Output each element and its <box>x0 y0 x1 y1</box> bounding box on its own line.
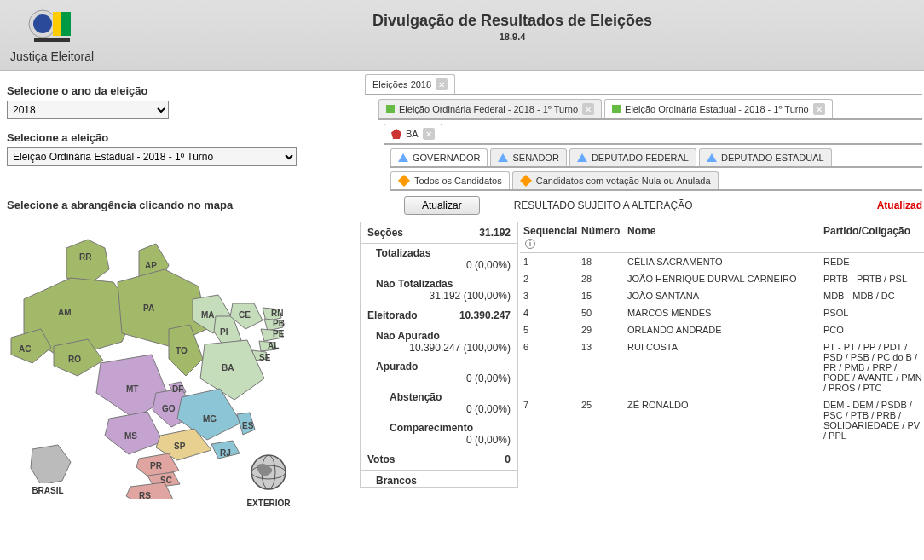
square-green-icon <box>612 105 621 113</box>
year-select[interactable]: 2018 <box>7 101 169 119</box>
pentagon-red-icon <box>391 129 401 139</box>
election-label: Selecione a eleição <box>7 131 341 144</box>
square-green-icon <box>386 105 395 113</box>
atualizar-button[interactable]: Atualizar <box>404 196 480 215</box>
diamond-orange-icon <box>520 175 532 187</box>
table-row[interactable]: 228JOÃO HENRIQUE DURVAL CARNEIROPRTB - P… <box>520 270 924 287</box>
svg-point-1 <box>33 14 52 33</box>
triangle-up-icon <box>577 153 587 162</box>
right-panel: Eleições 2018 ✕ Eleição Ordinária Federa… <box>348 71 924 554</box>
state-MS[interactable] <box>105 412 163 454</box>
year-label: Selecione o ano da eleição <box>7 84 341 97</box>
table-row[interactable]: 529ORLANDO ANDRADEPCO <box>520 321 924 338</box>
svg-rect-2 <box>53 12 61 36</box>
triangle-up-icon <box>498 153 508 162</box>
close-icon[interactable]: ✕ <box>436 78 448 90</box>
tab-senador[interactable]: SENADOR <box>490 148 566 166</box>
table-row[interactable]: 315JOÃO SANTANAMDB - MDB / DC <box>520 287 924 304</box>
col-sequencial[interactable]: Sequencial <box>523 225 577 237</box>
tab-federal[interactable]: Eleição Ordinária Federal - 2018 - 1º Tu… <box>378 99 602 118</box>
brazil-map[interactable]: RR AP AM PA MA CE RN PB PE AL SE PI AC R… <box>7 235 338 542</box>
state-AL[interactable] <box>259 341 276 351</box>
org-name: Justiça Eleitoral <box>10 49 94 63</box>
logo-block: Justiça Eleitoral <box>10 7 94 63</box>
left-panel: Selecione o ano da eleição 2018 Selecion… <box>0 71 348 554</box>
tab-todos-candidatos[interactable]: Todos os Candidatos <box>390 171 510 189</box>
brasil-mini[interactable]: BRASIL <box>24 442 72 495</box>
col-nome[interactable]: Nome <box>627 225 823 249</box>
close-icon[interactable]: ✕ <box>582 103 594 115</box>
state-RR[interactable] <box>66 240 109 282</box>
page-title: Divulgação de Resultados de Eleições <box>111 12 914 30</box>
table-row[interactable]: 118CÉLIA SACRAMENTOREDE <box>520 253 924 270</box>
tab-votacao-nula[interactable]: Candidatos com votação Nula ou Anulada <box>512 171 719 189</box>
alert-text: Atualizad <box>877 199 922 211</box>
diamond-orange-icon <box>398 175 410 187</box>
table-row[interactable]: 450MARCOS MENDESPSOL <box>520 304 924 321</box>
close-icon[interactable]: ✕ <box>813 103 825 115</box>
header-bar: Justiça Eleitoral Divulgação de Resultad… <box>0 0 924 71</box>
results-table: Sequenciali Número Nome Partido/Coligaçã… <box>520 222 924 488</box>
info-icon[interactable]: i <box>525 239 535 249</box>
exterior-globe[interactable]: EXTERIOR <box>246 452 291 508</box>
col-partido[interactable]: Partido/Coligação <box>823 225 924 249</box>
state-ES[interactable] <box>237 413 255 435</box>
tab-state-ba[interactable]: BA ✕ <box>384 124 442 143</box>
svg-rect-4 <box>34 38 70 42</box>
tab-dep-federal[interactable]: DEPUTADO FEDERAL <box>569 148 696 166</box>
col-numero[interactable]: Número <box>581 225 627 249</box>
triangle-up-icon <box>707 153 717 162</box>
close-icon[interactable]: ✕ <box>423 128 435 140</box>
svg-rect-3 <box>61 12 71 36</box>
scope-label: Selecione a abrangência clicando no mapa <box>7 199 341 211</box>
election-select[interactable]: Eleição Ordinária Estadual - 2018 - 1º T… <box>7 147 297 166</box>
state-PE[interactable] <box>261 329 283 341</box>
state-PB[interactable] <box>264 319 283 331</box>
triangle-up-icon <box>398 153 408 162</box>
tab-dep-estadual[interactable]: DEPUTADO ESTADUAL <box>699 148 832 166</box>
state-RS[interactable] <box>126 482 173 499</box>
status-text: RESULTADO SUJEITO A ALTERAÇÃO <box>514 199 693 211</box>
tab-eleicoes-2018[interactable]: Eleições 2018 ✕ <box>365 74 455 94</box>
justica-eleitoral-logo <box>27 7 77 48</box>
tab-estadual[interactable]: Eleição Ordinária Estadual - 2018 - 1º T… <box>604 99 833 118</box>
stats-panel: Seções31.192 Totalizadas 0 (0,00%) Não T… <box>360 222 518 488</box>
state-RJ[interactable] <box>211 441 240 459</box>
globe-icon <box>246 452 291 496</box>
table-row[interactable]: 613RUI COSTAPT - PT / PP / PDT / PSD / P… <box>520 338 924 396</box>
tab-governador[interactable]: GOVERNADOR <box>390 148 488 166</box>
version-label: 18.9.4 <box>111 32 914 42</box>
table-row[interactable]: 725ZÉ RONALDODEM - DEM / PSDB / PSC / PT… <box>520 396 924 444</box>
